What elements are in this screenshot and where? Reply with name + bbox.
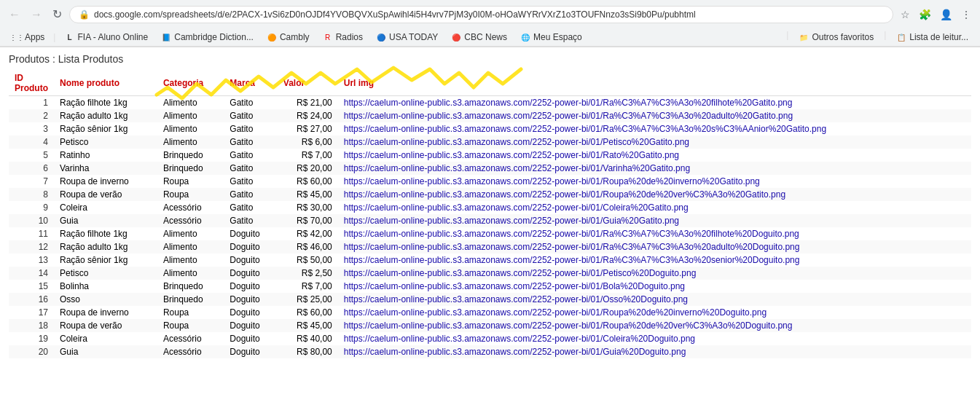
- bookmark-star-button[interactable]: ☆: [898, 6, 913, 23]
- cell-categoria: Alimento: [157, 227, 224, 240]
- bookmark-meuespaco[interactable]: 🌐 Meu Espaço: [514, 30, 588, 44]
- cell-marca: Doguito: [224, 345, 278, 358]
- cell-url[interactable]: https://caelum-online-public.s3.amazonaw…: [338, 227, 971, 240]
- bookmark-apps-label: Apps: [25, 32, 44, 42]
- url-link[interactable]: https://caelum-online-public.s3.amazonaw…: [344, 176, 760, 186]
- bookmark-cambly[interactable]: 🟠 Cambly: [261, 30, 315, 44]
- cell-id: 2: [9, 109, 54, 122]
- bookmarks-right: | 📁 Outros favoritos | 📋 Lista de leitur…: [785, 30, 974, 44]
- cell-url[interactable]: https://caelum-online-public.s3.amazonaw…: [338, 306, 971, 319]
- forward-button[interactable]: →: [28, 5, 45, 24]
- cell-url[interactable]: https://caelum-online-public.s3.amazonaw…: [338, 267, 971, 280]
- reload-button[interactable]: ↻: [50, 4, 65, 24]
- url-link[interactable]: https://caelum-online-public.s3.amazonaw…: [344, 307, 767, 318]
- url-link[interactable]: https://caelum-online-public.s3.amazonaw…: [344, 347, 686, 357]
- cell-id: 13: [9, 253, 54, 267]
- cell-url[interactable]: https://caelum-online-public.s3.amazonaw…: [338, 214, 971, 227]
- cell-marca: Gatito: [224, 214, 278, 227]
- table-row: 13Ração sênior 1kgAlimentoDoguitoR$ 50,0…: [9, 253, 971, 267]
- url-link[interactable]: https://caelum-online-public.s3.amazonaw…: [344, 189, 785, 200]
- url-link[interactable]: https://caelum-online-public.s3.amazonaw…: [344, 216, 679, 226]
- cbc-icon: 🔴: [451, 32, 461, 42]
- cell-nome: Ração adulto 1kg: [54, 240, 157, 253]
- url-link[interactable]: https://caelum-online-public.s3.amazonaw…: [344, 150, 679, 160]
- url-link[interactable]: https://caelum-online-public.s3.amazonaw…: [344, 255, 800, 265]
- header-valor: Valor: [278, 71, 338, 96]
- table-row: 5RatinhoBrinquedoGatitoR$ 7,00https://ca…: [9, 149, 971, 162]
- cell-id: 16: [9, 293, 54, 306]
- url-link[interactable]: https://caelum-online-public.s3.amazonaw…: [344, 111, 793, 121]
- cell-categoria: Roupa: [157, 306, 224, 319]
- cell-categoria: Roupa: [157, 175, 224, 188]
- bookmark-outros[interactable]: 📁 Outros favoritos: [793, 30, 879, 44]
- cell-url[interactable]: https://caelum-online-public.s3.amazonaw…: [338, 122, 971, 135]
- cell-marca: Doguito: [224, 253, 278, 267]
- cell-nome: Ração filhote 1kg: [54, 227, 157, 240]
- cell-url[interactable]: https://caelum-online-public.s3.amazonaw…: [338, 332, 971, 345]
- usatoday-icon: 🔵: [376, 32, 386, 42]
- products-table: ID Produto Nome produto Categoria Marca …: [9, 71, 971, 358]
- cell-marca: Doguito: [224, 332, 278, 345]
- url-link[interactable]: https://caelum-online-public.s3.amazonaw…: [344, 137, 689, 147]
- cell-url[interactable]: https://caelum-online-public.s3.amazonaw…: [338, 109, 971, 122]
- cell-url[interactable]: https://caelum-online-public.s3.amazonaw…: [338, 96, 971, 110]
- radios-icon: R: [323, 32, 333, 42]
- profile-button[interactable]: 👤: [937, 6, 955, 23]
- url-link[interactable]: https://caelum-online-public.s3.amazonaw…: [344, 242, 800, 252]
- cell-marca: Doguito: [224, 267, 278, 280]
- table-row: 1Ração filhote 1kgAlimentoGatitoR$ 21,00…: [9, 96, 971, 110]
- cell-valor: R$ 20,00: [278, 162, 338, 175]
- cell-url[interactable]: https://caelum-online-public.s3.amazonaw…: [338, 135, 971, 149]
- bookmark-lista[interactable]: 📋 Lista de leitur...: [890, 30, 974, 44]
- table-row: 6VarinhaBrinquedoGatitoR$ 20,00https://c…: [9, 162, 971, 175]
- url-link[interactable]: https://caelum-online-public.s3.amazonaw…: [344, 202, 689, 213]
- cell-nome: Ração filhote 1kg: [54, 96, 157, 110]
- bookmark-apps[interactable]: ⋮⋮ Apps: [6, 30, 50, 44]
- extensions-button[interactable]: 🧩: [916, 6, 934, 23]
- url-link[interactable]: https://caelum-online-public.s3.amazonaw…: [344, 334, 695, 344]
- url-link[interactable]: https://caelum-online-public.s3.amazonaw…: [344, 124, 826, 134]
- page-title: Produtos : Lista Produtos: [9, 53, 971, 65]
- url-link[interactable]: https://caelum-online-public.s3.amazonaw…: [344, 98, 793, 108]
- cell-nome: Varinha: [54, 162, 157, 175]
- cell-id: 9: [9, 201, 54, 214]
- cell-categoria: Alimento: [157, 240, 224, 253]
- cell-url[interactable]: https://caelum-online-public.s3.amazonaw…: [338, 319, 971, 332]
- url-link[interactable]: https://caelum-online-public.s3.amazonaw…: [344, 320, 793, 331]
- table-row: 20GuiaAcessórioDoguitoR$ 80,00https://ca…: [9, 345, 971, 358]
- url-link[interactable]: https://caelum-online-public.s3.amazonaw…: [344, 281, 685, 291]
- cell-nome: Roupa de inverno: [54, 175, 157, 188]
- url-link[interactable]: https://caelum-online-public.s3.amazonaw…: [344, 268, 697, 278]
- cell-categoria: Brinquedo: [157, 280, 224, 293]
- bookmark-radios[interactable]: R Radios: [317, 30, 369, 44]
- cell-url[interactable]: https://caelum-online-public.s3.amazonaw…: [338, 280, 971, 293]
- cell-valor: R$ 80,00: [278, 345, 338, 358]
- bookmark-cambridge[interactable]: 📘 Cambridge Diction...: [155, 30, 259, 44]
- url-link[interactable]: https://caelum-online-public.s3.amazonaw…: [344, 229, 799, 239]
- meuespaco-icon: 🌐: [520, 32, 530, 42]
- bookmark-fia[interactable]: L FIA - Aluno Online: [58, 30, 154, 44]
- cell-url[interactable]: https://caelum-online-public.s3.amazonaw…: [338, 293, 971, 306]
- cell-categoria: Acessório: [157, 201, 224, 214]
- cell-url[interactable]: https://caelum-online-public.s3.amazonaw…: [338, 188, 971, 201]
- header-id: ID Produto: [9, 71, 54, 96]
- back-button[interactable]: ←: [6, 5, 23, 24]
- cell-valor: R$ 40,00: [278, 332, 338, 345]
- cell-nome: Guia: [54, 214, 157, 227]
- menu-button[interactable]: ⋮: [958, 6, 974, 23]
- cell-url[interactable]: https://caelum-online-public.s3.amazonaw…: [338, 240, 971, 253]
- cell-id: 11: [9, 227, 54, 240]
- cell-url[interactable]: https://caelum-online-public.s3.amazonaw…: [338, 175, 971, 188]
- cell-valor: R$ 30,00: [278, 201, 338, 214]
- address-bar[interactable]: 🔒 docs.google.com/spreadsheets/d/e/2PACX…: [69, 6, 893, 23]
- cell-url[interactable]: https://caelum-online-public.s3.amazonaw…: [338, 201, 971, 214]
- cell-url[interactable]: https://caelum-online-public.s3.amazonaw…: [338, 149, 971, 162]
- bookmark-cbc[interactable]: 🔴 CBC News: [445, 30, 513, 44]
- bookmark-usatoday-label: USA TODAY: [389, 32, 438, 42]
- cell-url[interactable]: https://caelum-online-public.s3.amazonaw…: [338, 345, 971, 358]
- cell-url[interactable]: https://caelum-online-public.s3.amazonaw…: [338, 162, 971, 175]
- cell-url[interactable]: https://caelum-online-public.s3.amazonaw…: [338, 253, 971, 267]
- bookmark-usatoday[interactable]: 🔵 USA TODAY: [370, 30, 444, 44]
- url-link[interactable]: https://caelum-online-public.s3.amazonaw…: [344, 163, 690, 173]
- url-link[interactable]: https://caelum-online-public.s3.amazonaw…: [344, 294, 688, 304]
